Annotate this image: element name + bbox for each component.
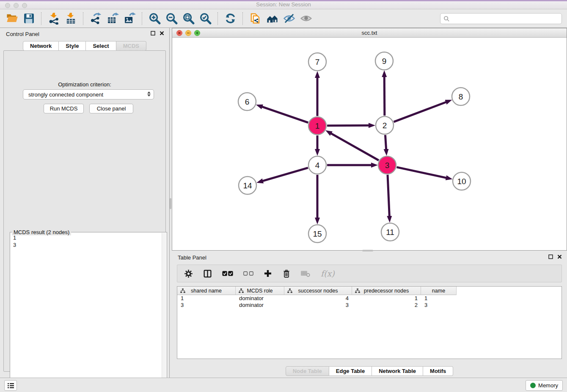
minimize-window-icon[interactable] xyxy=(14,3,19,8)
edge-4-14[interactable] xyxy=(262,168,308,181)
tab-network[interactable]: Network xyxy=(23,41,59,51)
node-1[interactable]: 1 xyxy=(308,117,326,135)
mcds-result-lines[interactable]: 13 xyxy=(11,233,161,392)
close-window-icon[interactable] xyxy=(5,3,10,8)
export-table-button[interactable] xyxy=(104,11,121,26)
column-header-mcds-role[interactable]: MCDS role xyxy=(236,287,284,295)
zoom-fit-button[interactable] xyxy=(180,11,197,26)
close-panel-icon[interactable] xyxy=(557,254,562,259)
close-panel-button[interactable]: Close panel xyxy=(89,104,133,113)
node-3[interactable]: 3 xyxy=(378,156,396,174)
result-scrollbar[interactable] xyxy=(162,233,166,392)
houses-button[interactable] xyxy=(264,11,281,26)
hide-eye-button[interactable] xyxy=(281,11,297,26)
split-columns-button[interactable] xyxy=(203,269,212,278)
open-file-button[interactable] xyxy=(3,11,20,26)
duplicate-network-button[interactable] xyxy=(247,11,264,26)
search-input[interactable] xyxy=(450,16,559,22)
zoom-selected-button[interactable] xyxy=(197,11,214,26)
table-row[interactable]: 1dominator411 xyxy=(177,295,561,302)
node-8[interactable]: 8 xyxy=(452,88,470,105)
edge-2-9[interactable] xyxy=(384,76,385,116)
column-header-shared-name[interactable]: shared name xyxy=(177,287,236,295)
table-cell[interactable]: 1 xyxy=(421,295,457,302)
mcds-panel: Optimization criterion: strongly connect… xyxy=(3,50,166,372)
run-mcds-button[interactable]: Run MCDS xyxy=(44,104,84,113)
memory-button[interactable]: Memory xyxy=(526,380,563,391)
criterion-dropdown[interactable]: strongly connected component xyxy=(23,89,154,99)
network-window-titlebar[interactable]: scc.txt xyxy=(172,28,567,38)
table-cell[interactable]: 3 xyxy=(177,302,236,309)
minimize-network-icon[interactable] xyxy=(185,30,191,36)
delete-table-button[interactable] xyxy=(301,270,311,277)
node-4[interactable]: 4 xyxy=(308,156,326,174)
table-cell[interactable]: 3 xyxy=(421,302,457,309)
export-network-button[interactable] xyxy=(87,11,104,26)
close-network-icon[interactable] xyxy=(176,30,182,36)
tab-mcds[interactable]: MCDS xyxy=(116,41,146,51)
delete-column-button[interactable] xyxy=(282,269,291,278)
edge-3-1[interactable] xyxy=(330,133,379,160)
table-cell[interactable]: dominator xyxy=(236,295,284,302)
edge-3-11[interactable] xyxy=(388,175,389,217)
node-7[interactable]: 7 xyxy=(308,53,326,71)
tab-edge-table[interactable]: Edge Table xyxy=(329,366,372,376)
gear-button[interactable] xyxy=(184,269,193,278)
maximize-window-icon[interactable] xyxy=(22,3,27,8)
show-eye-button[interactable] xyxy=(297,11,314,26)
close-panel-icon[interactable] xyxy=(160,31,164,36)
edge-3-10[interactable] xyxy=(396,167,446,178)
node-14[interactable]: 14 xyxy=(239,177,256,194)
save-session-button[interactable] xyxy=(20,11,37,26)
node-6[interactable]: 6 xyxy=(238,93,256,110)
checked-boxes-icon xyxy=(222,271,233,276)
table-cell[interactable]: dominator xyxy=(236,302,284,309)
table-row[interactable]: 3dominator323 xyxy=(177,302,561,309)
add-column-button[interactable] xyxy=(264,269,272,278)
gear-icon xyxy=(184,269,193,278)
svg-text:1: 1 xyxy=(315,121,320,130)
column-header-predecessor-nodes[interactable]: predecessor nodes xyxy=(352,287,421,295)
tab-network-table[interactable]: Network Table xyxy=(372,366,423,376)
edge-1-2[interactable] xyxy=(327,125,369,126)
node-11[interactable]: 11 xyxy=(381,223,399,241)
node-10[interactable]: 10 xyxy=(453,172,471,190)
edge-2-8[interactable] xyxy=(394,102,447,122)
select-all-columns-button[interactable] xyxy=(222,271,233,276)
tab-node-table[interactable]: Node Table xyxy=(286,366,329,376)
table-cell[interactable]: 3 xyxy=(284,302,352,309)
table-cell[interactable]: 1 xyxy=(177,295,236,302)
node-table[interactable]: shared name MCDS role successor nodes pr… xyxy=(177,286,562,359)
network-graph[interactable]: 1234678910111415 xyxy=(172,38,566,249)
tab-select[interactable]: Select xyxy=(86,41,116,51)
task-history-button[interactable] xyxy=(4,380,17,391)
float-panel-icon[interactable] xyxy=(548,254,553,259)
node-2[interactable]: 2 xyxy=(376,116,394,134)
column-header-successor-nodes[interactable]: successor nodes xyxy=(284,287,352,295)
float-panel-icon[interactable] xyxy=(151,31,155,36)
network-canvas[interactable]: 1234678910111415 xyxy=(172,38,567,250)
function-builder-button[interactable]: f(x) xyxy=(321,269,335,278)
refresh-button[interactable] xyxy=(222,11,239,26)
import-table-button[interactable] xyxy=(62,11,79,26)
import-network-button[interactable] xyxy=(45,11,62,26)
tab-style[interactable]: Style xyxy=(59,41,86,51)
edge-1-6[interactable] xyxy=(261,107,308,123)
search-field[interactable] xyxy=(440,13,562,24)
tab-motifs[interactable]: Motifs xyxy=(423,366,453,376)
zoom-out-button[interactable] xyxy=(163,11,180,26)
table-cell[interactable]: 4 xyxy=(284,295,352,302)
column-header-name[interactable]: name xyxy=(421,287,457,295)
node-15[interactable]: 15 xyxy=(308,225,326,243)
table-cell[interactable]: 2 xyxy=(352,302,421,309)
result-line: 1 xyxy=(13,234,159,241)
export-image-button[interactable] xyxy=(121,11,138,26)
node-9[interactable]: 9 xyxy=(375,52,393,70)
panel-divider-handle[interactable] xyxy=(170,198,171,209)
zoom-in-button[interactable] xyxy=(146,11,163,26)
table-cell[interactable]: 1 xyxy=(352,295,421,302)
trash-icon xyxy=(282,269,291,278)
zoom-network-icon[interactable] xyxy=(194,30,200,36)
edge-2-3[interactable] xyxy=(385,135,386,150)
unselect-all-columns-button[interactable] xyxy=(243,271,253,276)
